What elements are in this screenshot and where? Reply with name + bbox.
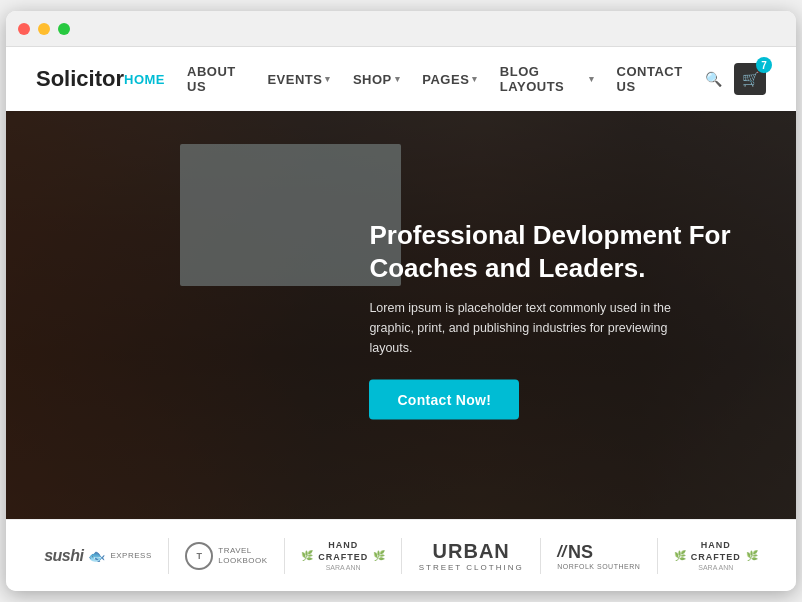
chevron-down-icon: ▾ [472, 74, 478, 84]
navbar: Solicitor HOME ABOUT US EVENTS ▾ SHOP ▾ … [6, 47, 796, 111]
norfolk-sub-text: NORFOLK SOUTHERN [557, 563, 640, 570]
search-icon[interactable]: 🔍 [705, 71, 722, 87]
logo-sushi[interactable]: sushi 🐟 EXPRESS [44, 547, 152, 565]
logos-bar: sushi 🐟 EXPRESS T TRAVELLOOKBOOK 🌿 HANDC… [6, 519, 796, 591]
chevron-down-icon: ▾ [395, 74, 401, 84]
nav-item-pages[interactable]: PAGES ▾ [422, 72, 478, 87]
logo-divider-2 [284, 538, 285, 574]
handcrafted-1-sub: SARA ANN [318, 564, 368, 571]
logo-travel[interactable]: T TRAVELLOOKBOOK [185, 542, 267, 570]
hero-description: Lorem ipsum is placeholder text commonly… [369, 298, 689, 358]
wreath-2-icon-right: 🌿 [746, 550, 758, 561]
nav-item-home[interactable]: HOME [124, 72, 165, 87]
logo-divider-3 [401, 538, 402, 574]
logo-urban[interactable]: URBAN STREET CLOTHING [419, 540, 524, 572]
logo-norfolk[interactable]: // NS NORFOLK SOUTHERN [557, 542, 640, 570]
urban-sub-text: STREET CLOTHING [419, 563, 524, 572]
nav-item-events[interactable]: EVENTS ▾ [267, 72, 331, 87]
navbar-icons: 🔍 🛒 7 [705, 63, 766, 95]
close-button[interactable] [18, 23, 30, 35]
nav-item-shop[interactable]: SHOP ▾ [353, 72, 400, 87]
norfolk-slash: // [557, 543, 566, 561]
travel-logo-text: TRAVELLOOKBOOK [218, 546, 267, 565]
browser-window: Solicitor HOME ABOUT US EVENTS ▾ SHOP ▾ … [6, 11, 796, 591]
fish-icon: 🐟 [88, 548, 105, 564]
chevron-down-icon: ▾ [325, 74, 331, 84]
hero-title: Professional Devlopment For Coaches and … [369, 219, 732, 284]
wreath-2-icon-left: 🌿 [674, 550, 686, 561]
nav-item-blog[interactable]: BLOG LAYOUTS ▾ [500, 64, 595, 94]
nav-item-about[interactable]: ABOUT US [187, 64, 245, 94]
cart-icon: 🛒 [742, 71, 759, 87]
chevron-down-icon: ▾ [589, 74, 595, 84]
logo-handcrafted-1[interactable]: 🌿 HANDCRAFTED SARA ANN 🌿 [301, 540, 385, 570]
norfolk-ns-text: NS [568, 542, 593, 563]
logo-divider-5 [657, 538, 658, 574]
wreath-icon-left: 🌿 [301, 550, 313, 561]
nav-menu: HOME ABOUT US EVENTS ▾ SHOP ▾ PAGES ▾ [124, 64, 689, 94]
site-logo[interactable]: Solicitor [36, 66, 124, 92]
logo-handcrafted-2[interactable]: 🌿 HANDCRAFTED SARA ANN 🌿 [674, 540, 758, 570]
cart-button[interactable]: 🛒 7 [734, 63, 766, 95]
handcrafted-1-text: HANDCRAFTED [318, 540, 368, 563]
maximize-button[interactable] [58, 23, 70, 35]
handcrafted-2-text: HANDCRAFTED [691, 540, 741, 563]
travel-logo-circle: T [185, 542, 213, 570]
logo-divider-4 [540, 538, 541, 574]
nav-item-contact[interactable]: CONTACT US [617, 64, 690, 94]
hero-content: Professional Devlopment For Coaches and … [369, 219, 732, 420]
browser-chrome [6, 11, 796, 47]
handcrafted-2-sub: SARA ANN [691, 564, 741, 571]
site-wrapper: Solicitor HOME ABOUT US EVENTS ▾ SHOP ▾ … [6, 47, 796, 591]
cart-badge: 7 [756, 57, 772, 73]
hero-section: Professional Devlopment For Coaches and … [6, 111, 796, 519]
sushi-logo-text: sushi [44, 547, 83, 565]
logo-divider [168, 538, 169, 574]
wreath-icon-right: 🌿 [373, 550, 385, 561]
sushi-sub-text: EXPRESS [110, 551, 151, 561]
minimize-button[interactable] [38, 23, 50, 35]
urban-logo-text: URBAN [419, 540, 524, 563]
hero-cta-button[interactable]: Contact Now! [369, 380, 519, 420]
